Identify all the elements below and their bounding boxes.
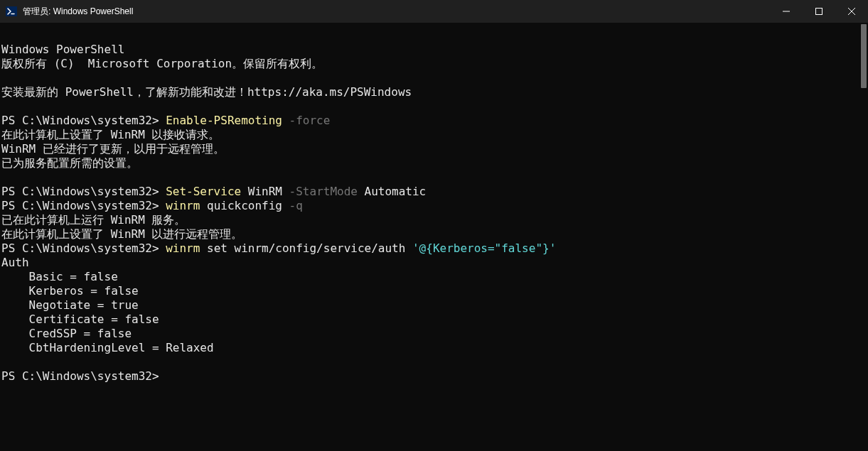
output-line: Kerberos = false [1, 284, 139, 298]
cmdlet-name: winrm [166, 241, 200, 255]
minimize-button[interactable] [770, 0, 803, 23]
output-line: Negotiate = true [1, 298, 139, 312]
terminal-area[interactable]: Windows PowerShell 版权所有 (C) Microsoft Co… [0, 23, 868, 451]
prompt: PS C:\Windows\system32> [1, 241, 166, 255]
output-line: WinRM 已经进行了更新，以用于远程管理。 [1, 142, 225, 156]
cmd-arg: quickconfig [200, 199, 289, 212]
cmdlet-name: Set-Service [166, 185, 241, 198]
cmd-param: -force [282, 114, 330, 127]
output-line: Certificate = false [1, 313, 159, 326]
terminal-content: Windows PowerShell 版权所有 (C) Microsoft Co… [1, 28, 867, 384]
output-line: 在此计算机上设置了 WinRM 以进行远程管理。 [1, 227, 242, 241]
window-titlebar[interactable]: 管理员: Windows PowerShell [0, 0, 868, 23]
maximize-button[interactable] [803, 0, 835, 23]
svg-rect-0 [6, 6, 17, 16]
cmd-param: -q [289, 199, 303, 212]
cmd-arg: Automatic [358, 185, 426, 198]
cmd-string: '@{Kerberos="false"}' [412, 241, 556, 255]
window-title: 管理员: Windows PowerShell [23, 6, 133, 18]
cmdlet-name: Enable-PSRemoting [166, 114, 282, 127]
output-line: 版权所有 (C) Microsoft Corporation。保留所有权利。 [1, 57, 323, 70]
cmd-param: -StartMode [289, 185, 358, 198]
output-line: Windows PowerShell [1, 43, 124, 56]
prompt: PS C:\Windows\system32> [1, 199, 166, 212]
maximize-icon [815, 8, 823, 15]
svg-rect-3 [816, 9, 823, 15]
close-icon [848, 8, 855, 15]
minimize-icon [783, 8, 790, 15]
prompt: PS C:\Windows\system32> [1, 369, 159, 383]
output-line: Basic = false [1, 270, 118, 283]
output-line: Auth [1, 256, 29, 269]
cmd-arg: set winrm/config/service/auth [200, 241, 412, 255]
output-line: CredSSP = false [1, 327, 132, 340]
prompt: PS C:\Windows\system32> [1, 114, 166, 127]
output-line: 已为服务配置所需的设置。 [1, 156, 138, 170]
output-line: CbtHardeningLevel = Relaxed [1, 341, 214, 354]
cmdlet-name: winrm [166, 199, 200, 212]
output-line: 在此计算机上设置了 WinRM 以接收请求。 [1, 128, 220, 141]
close-button[interactable] [835, 0, 868, 23]
prompt: PS C:\Windows\system32> [1, 185, 166, 198]
title-left: 管理员: Windows PowerShell [0, 0, 770, 23]
cmd-arg: WinRM [241, 185, 289, 198]
window-controls [770, 0, 868, 23]
scrollbar-thumb[interactable] [861, 24, 867, 88]
output-line: 安装最新的 PowerShell，了解新功能和改进！https://aka.ms… [1, 85, 412, 99]
output-line: 已在此计算机上运行 WinRM 服务。 [1, 213, 186, 227]
powershell-icon [6, 6, 17, 17]
